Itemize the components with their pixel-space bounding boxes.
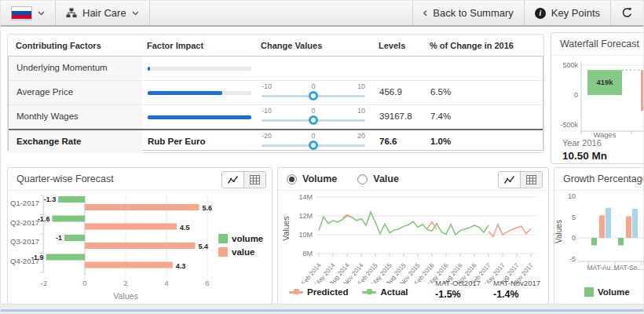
back-to-summary-button[interactable]: ‹ Back to Summary	[412, 1, 524, 25]
pct-change-value: 7.4%	[430, 105, 451, 128]
legend-swatch	[218, 234, 228, 243]
series-bar	[606, 208, 611, 238]
legend-label: value	[232, 247, 254, 257]
y-tick-label: 12M	[298, 212, 313, 220]
category-label: Q2-2017	[10, 218, 39, 227]
slider-tick-label: 10	[357, 82, 365, 90]
volume-bar	[46, 254, 85, 261]
y-tick-label: 14M	[298, 193, 313, 201]
bar-value-label: 4.3	[176, 262, 186, 270]
y-tick-label: 0	[574, 91, 578, 99]
series-bar	[632, 209, 638, 238]
table-view-button[interactable]	[244, 172, 265, 188]
legend-item: value	[218, 247, 263, 257]
legend-marker	[362, 291, 376, 294]
legend-swatch	[218, 247, 228, 257]
factor-name: Exchange Rate	[9, 130, 142, 153]
bar-value-label: -1.3	[44, 195, 57, 203]
mat-stat: MAT-Oct2017-1.5%	[435, 279, 481, 300]
y-tick-label: 8M	[302, 250, 313, 257]
slider-tick-label: 10	[357, 107, 365, 115]
x-tick-label: 0	[82, 279, 86, 287]
bar-value-label: 5.6	[203, 204, 213, 212]
factor-impact-bar	[148, 115, 251, 119]
slider-labels: -10010	[262, 82, 365, 91]
slider-handle[interactable]	[309, 115, 318, 125]
Volume-bar	[618, 238, 624, 246]
category-label: MAT-Au...	[587, 264, 616, 272]
country-selector[interactable]	[1, 1, 56, 25]
level-value: 39167.8	[379, 105, 412, 128]
waterfall-footer: Year 2016 10.50 Mn	[562, 138, 607, 162]
radio-dot	[289, 177, 295, 182]
slider-track[interactable]	[262, 95, 365, 97]
factor-row: Underlying Momentum	[9, 57, 543, 80]
legend-marker	[289, 291, 303, 294]
level-value: 76.6	[379, 130, 397, 153]
chart-view-button[interactable]	[499, 172, 521, 188]
legend-item: Volume	[584, 287, 630, 297]
y-tick-label: -5	[569, 255, 576, 263]
legend-label: Predicted	[307, 287, 348, 297]
factor-name: Average Price	[9, 81, 142, 104]
flag-stripe	[12, 15, 31, 19]
slider-handle[interactable]	[309, 141, 318, 150]
slider-labels: -10010	[262, 107, 365, 115]
growth-panel-header: Growth Percentage	[554, 168, 644, 191]
value-bar	[85, 243, 195, 249]
category-label: Q3-2017	[10, 237, 39, 246]
back-to-summary-label: Back to Summary	[433, 7, 514, 19]
value-bar	[85, 204, 199, 210]
category-label: Hair Care	[82, 7, 126, 19]
refresh-button[interactable]	[610, 1, 643, 25]
value-radio-option[interactable]: Value	[357, 173, 399, 184]
factor-impact-fill	[148, 91, 222, 95]
waterfall-year-label: Year 2016	[562, 138, 607, 148]
change-value-slider[interactable]: -10010	[262, 82, 365, 103]
category-label: MAT-Se...	[613, 264, 642, 272]
category-selector[interactable]: Hair Care	[56, 1, 150, 25]
volume-radio-option[interactable]: Volume	[287, 173, 337, 184]
waterfall-bar	[641, 70, 644, 111]
y-tick-label: 500k	[562, 61, 578, 69]
factor-row: Monthly Wages-1001039167.87.4%	[9, 104, 543, 129]
value-bar	[85, 262, 173, 268]
level-value: 456.9	[379, 81, 402, 104]
slider-track[interactable]	[262, 119, 365, 122]
y-tick-label: 5	[572, 214, 576, 221]
slider-track[interactable]	[262, 144, 365, 147]
chart-view-button[interactable]	[222, 172, 244, 188]
legend-label: Actual	[380, 287, 408, 297]
slider-handle[interactable]	[309, 91, 318, 100]
table-grid-icon	[250, 175, 260, 184]
volume-radio[interactable]	[287, 174, 297, 184]
mat-stat-value: -1.4%	[493, 289, 540, 300]
y-tick-label: 10M	[298, 231, 313, 239]
hierarchy-icon	[66, 8, 77, 18]
mat-stat-label: MAT-Oct2017	[435, 279, 481, 287]
change-value-slider[interactable]: -20020	[262, 132, 365, 152]
key-points-button[interactable]: i Key Points	[524, 1, 610, 25]
Value-bar	[626, 216, 631, 238]
refresh-icon	[621, 7, 633, 19]
column-header: % of Change in 2016	[430, 41, 514, 50]
chevron-left-icon: ‹	[423, 5, 428, 19]
volume-bar	[52, 216, 85, 222]
radio-label: Volume	[302, 173, 337, 184]
trend-chart: Values14M12M10M8MFeb 2014May 2014Aug 201…	[281, 192, 545, 283]
factor-row: Exchange RateRub Per Euro-2002076.61.0%	[9, 129, 543, 153]
value-radio[interactable]	[357, 174, 368, 184]
mat-stat-label: MAT-Nov2017	[493, 279, 540, 287]
table-view-button[interactable]	[521, 172, 542, 188]
x-axis-title: Values	[113, 291, 137, 301]
change-value-slider[interactable]: -10010	[262, 107, 365, 127]
bar-value-label: -1.9	[31, 254, 44, 261]
waterfall-forecast-panel: Waterfall Forecast 500k0-500k419kWages Y…	[551, 32, 644, 164]
growth-title: Growth Percentage	[563, 173, 644, 184]
toolbar-right: ‹ Back to Summary i Key Points	[412, 1, 643, 25]
x-tick-label: 2	[123, 279, 127, 287]
factors-table-header: Contributing FactorsFactor ImpactChange …	[8, 35, 543, 56]
russia-flag-icon	[11, 6, 32, 20]
slider-tick-label: 0	[311, 132, 315, 140]
volume-bar	[58, 196, 85, 203]
